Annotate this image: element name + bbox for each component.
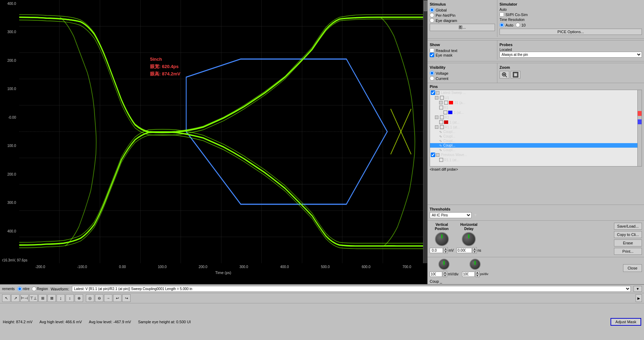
tb-expand[interactable]: ▶ — [636, 294, 642, 302]
stimulus-config-button[interactable]: 图... — [430, 24, 495, 31]
stimulus-radio-group: Global Per-Net/Pin Eye diagram — [430, 8, 495, 23]
visibility-current[interactable]: Current — [430, 76, 495, 81]
v-scale-knob[interactable] — [438, 259, 450, 270]
tb-arrow[interactable]: → — [104, 294, 112, 302]
expand-31a[interactable]: + — [439, 101, 443, 104]
pins-1at-red[interactable]: 1 (at... — [430, 120, 637, 125]
time-res-auto[interactable]: Auto — [499, 23, 513, 27]
expand-latest-sweep[interactable]: - — [436, 91, 439, 95]
pins-coupl-1[interactable]: ∿ Coupl... — [430, 130, 637, 134]
erase-button[interactable]: Erase — [614, 239, 642, 246]
v-scale-input-row: ▲ ▼ mV/div — [430, 271, 459, 277]
v-scale-up[interactable]: ▲ — [443, 271, 447, 274]
pins-latest-sweep[interactable]: - Latest Sweep ... — [430, 90, 637, 95]
pins-prev-wave[interactable]: - Previous Wave... — [430, 152, 637, 157]
horizontal-delay-knob[interactable] — [462, 232, 476, 246]
readout-text-checkbox[interactable] — [430, 48, 434, 53]
measurements-label: rements — [2, 287, 15, 291]
eye-text-label2: 眼宽: 620.4ps — [150, 63, 180, 71]
eye-text-label1: 5inch — [150, 56, 180, 63]
pins-u1[interactable]: - U1 — [430, 95, 637, 100]
expand-r2[interactable]: - — [435, 116, 438, 119]
pins-latest-sweep-check[interactable] — [431, 90, 435, 95]
stimulus-eye[interactable]: Eye diagram — [430, 18, 495, 23]
h-scale-up[interactable]: ▲ — [475, 271, 480, 274]
region-radio-label[interactable]: Region — [32, 287, 48, 291]
probes-location-select[interactable]: Always at the pin — [499, 52, 642, 58]
tb-measure1[interactable]: ⊢⊣ — [20, 294, 29, 302]
eye-mask-checkbox[interactable] — [430, 53, 434, 57]
pins-r1[interactable]: R1 — [430, 105, 637, 110]
pins-31a-label: 31 (a... — [454, 101, 465, 105]
entire-radio[interactable] — [17, 287, 22, 291]
h-scale-input[interactable] — [462, 272, 475, 277]
vertical-spin-up[interactable]: ▲ — [444, 247, 448, 250]
pins-coupl-4-selected[interactable]: ∿ Coupl... — [430, 143, 637, 148]
pins-coupl-2[interactable]: ∿ Coupl... — [430, 134, 637, 139]
pins-31a[interactable]: + 31 (a... — [430, 100, 637, 105]
pins-r11[interactable]: - R1.1 (at... — [430, 125, 637, 130]
expand-r11[interactable]: - — [435, 125, 438, 129]
tb-zoom1[interactable]: ⊕ — [75, 294, 83, 302]
tb-measure4[interactable]: ⊠ — [47, 294, 56, 302]
expand-prev-wave[interactable]: - — [436, 153, 439, 157]
tb-redo[interactable]: ↪ — [122, 294, 131, 302]
threshold-dropdown-icon[interactable]: ▼ — [473, 213, 478, 217]
tb-eye2[interactable]: ⊖ — [95, 294, 103, 302]
pins-prev-r11[interactable]: R1.1 (at... — [430, 157, 637, 162]
visibility-voltage[interactable]: Voltage — [430, 71, 495, 75]
close-button[interactable]: Close — [623, 264, 642, 272]
pins-coupl-5[interactable]: ∿ Coupl... — [430, 148, 637, 152]
tb-marker1[interactable]: ↨ — [57, 294, 65, 302]
tb-measure3[interactable]: ⊞ — [38, 294, 47, 302]
tb-undo[interactable]: ↩ — [113, 294, 121, 302]
entire-radio-label[interactable]: ntire — [17, 287, 29, 291]
save-load-button[interactable]: Save/Load... — [614, 223, 642, 230]
v-scale-down[interactable]: ▼ — [443, 274, 447, 277]
co-sim-checkbox[interactable] — [499, 12, 504, 17]
horizontal-spin-down[interactable]: ▼ — [473, 250, 477, 253]
pins-tree: - Latest Sweep ... - U1 + — [430, 90, 638, 167]
insert-diff-probe[interactable]: <Insert diff probe> — [430, 168, 642, 171]
vertical-spin-down[interactable]: ▼ — [444, 250, 448, 253]
tb-measure2[interactable]: ⊤⊥ — [29, 294, 38, 302]
waveform-dropdown-btn[interactable]: ▼ — [634, 286, 642, 292]
pin-icon-r2 — [440, 115, 444, 119]
thresholds-section: Thresholds All IC Pins ▼ — [428, 205, 644, 220]
scroll-thumb[interactable] — [424, 1, 427, 11]
zoom-in-button[interactable] — [499, 71, 509, 79]
tb-cursor2[interactable]: ↗ — [11, 294, 20, 302]
vertical-position-knob[interactable] — [435, 232, 449, 246]
stimulus-per-net[interactable]: Per-Net/Pin — [430, 13, 495, 17]
region-radio[interactable] — [32, 287, 36, 291]
pins-1at-blue[interactable]: 1 (at... — [430, 110, 637, 115]
time-res-10[interactable]: 10 — [516, 23, 526, 27]
pins-coupl-3[interactable]: ∿ Coupl... — [430, 139, 637, 143]
h-scale-down[interactable]: ▼ — [475, 274, 480, 277]
tb-marker2[interactable]: ↕ — [66, 294, 74, 302]
v-scale-input[interactable] — [430, 272, 442, 277]
expand-u1[interactable]: - — [435, 96, 438, 99]
time-res-row: Auto 10 — [499, 23, 642, 27]
tb-eye1[interactable]: ◎ — [86, 294, 94, 302]
adjust-mask-button[interactable]: Adjust Mask — [610, 318, 641, 326]
waveform-select[interactable]: Latest: V [R1.1 (at pin)/R2.1 (at pin)] … — [72, 286, 631, 292]
pin-icon-prev-r11 — [439, 158, 443, 162]
scroll-bar-right[interactable] — [423, 0, 427, 263]
thresholds-select[interactable]: All IC Pins — [430, 212, 472, 218]
horizontal-delay-input[interactable] — [457, 248, 472, 253]
stimulus-global[interactable]: Global — [430, 8, 495, 12]
horizontal-spin-up[interactable]: ▲ — [473, 247, 477, 250]
vertical-position-input[interactable] — [430, 248, 443, 253]
tb-cursor1[interactable]: ↖ — [2, 294, 10, 302]
pice-options-button[interactable]: PICE Options... — [499, 29, 642, 35]
print-button[interactable]: Print... — [614, 248, 642, 255]
color-box-31a — [449, 101, 453, 104]
h-scale-knob[interactable] — [469, 259, 481, 270]
eye-mask-row: Eye mask — [430, 53, 495, 57]
pins-prev-wave-check[interactable] — [431, 153, 435, 157]
pins-r2[interactable]: - R2 — [430, 115, 637, 120]
zoom-fit-button[interactable] — [511, 71, 520, 79]
copy-to-clip-button[interactable]: Copy to Cli... — [614, 231, 642, 238]
entire-label: ntire — [23, 287, 29, 291]
